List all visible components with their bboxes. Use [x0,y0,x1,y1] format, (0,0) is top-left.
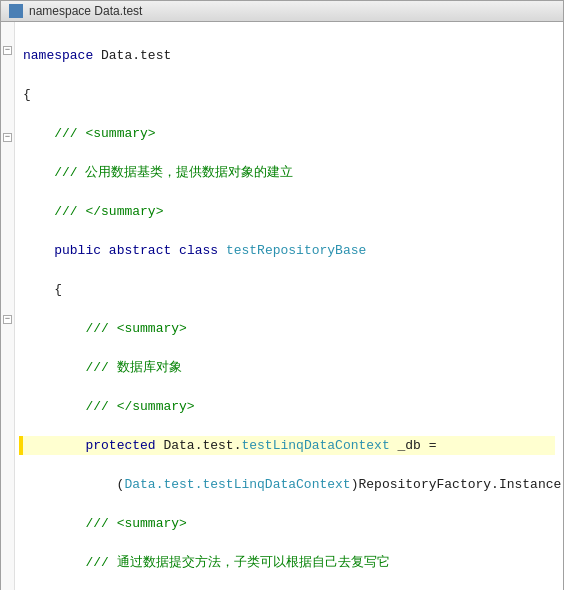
code-line-3: /// <summary> [23,124,555,144]
gutter-line-4 [1,75,14,94]
gutter-line-13 [1,238,14,257]
code-editor[interactable]: namespace Data.test { /// <summary> /// … [15,22,563,590]
window-title: namespace Data.test [29,4,142,18]
code-line-4: /// 公用数据基类，提供数据对象的建立 [23,163,555,183]
gutter-line-8 [1,143,14,162]
code-line-10: /// </summary> [23,397,555,417]
code-line-13: /// <summary> [23,514,555,534]
gutter-line-9 [1,162,14,181]
gutter-line-14 [1,257,14,276]
code-line-8: /// <summary> [23,319,555,339]
code-window: namespace Data.test − − [0,0,564,590]
code-line-7: { [23,280,555,300]
code-line-5: /// </summary> [23,202,555,222]
gutter-line-12 [1,219,14,238]
gutter-line-11 [1,200,14,219]
gutter-line-1 [1,26,14,45]
gutter-line-5 [1,94,14,113]
code-line-12: (Data.test.testLinqDataContext)Repositor… [23,475,555,495]
gutter-line-15 [1,276,14,295]
gutter-line-6 [1,113,14,132]
code-line-2: { [23,85,555,105]
window-icon [9,4,23,18]
gutter-line-3 [1,56,14,75]
collapse-btn-1[interactable]: − [3,46,12,55]
code-line-1: namespace Data.test [23,46,555,66]
code-line-14: /// 通过数据提交方法，子类可以根据自己去复写它 [23,553,555,573]
code-line-9: /// 数据库对象 [23,358,555,378]
code-area: − − − namespace Data.test { /// <su [1,22,563,590]
gutter-line-10 [1,181,14,200]
left-gutter: − − − [1,22,15,590]
gutter-line-16 [1,295,14,314]
code-line-6: public abstract class testRepositoryBase [23,241,555,261]
code-line-11: protected Data.test.testLinqDataContext … [23,436,555,456]
collapse-btn-3[interactable]: − [3,315,12,324]
collapse-btn-2[interactable]: − [3,133,12,142]
title-bar: namespace Data.test [1,1,563,22]
